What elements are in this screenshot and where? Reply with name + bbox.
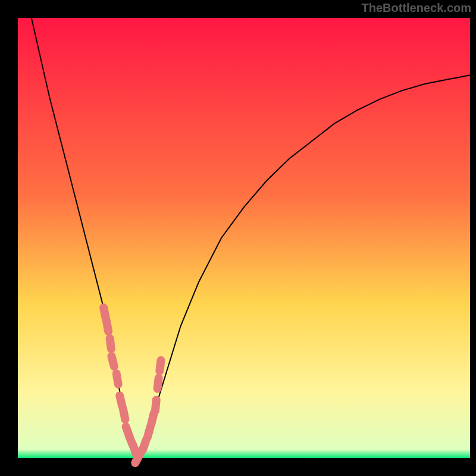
highlight-point bbox=[117, 374, 118, 384]
highlight-point bbox=[158, 378, 159, 389]
highlight-point bbox=[151, 414, 154, 424]
highlight-point bbox=[148, 427, 151, 437]
highlight-point bbox=[155, 400, 156, 411]
bottleneck-chart bbox=[0, 0, 476, 476]
highlight-point bbox=[110, 339, 111, 349]
highlight-point bbox=[120, 396, 122, 406]
highlight-point bbox=[123, 409, 126, 419]
chart-container: TheBottleneck.com bbox=[0, 0, 476, 476]
highlight-point bbox=[159, 361, 161, 371]
watermark-text: TheBottleneck.com bbox=[362, 1, 471, 15]
highlight-point bbox=[143, 440, 146, 450]
highlight-point bbox=[111, 356, 114, 367]
highlight-point bbox=[107, 321, 108, 331]
highlight-point bbox=[104, 308, 106, 318]
